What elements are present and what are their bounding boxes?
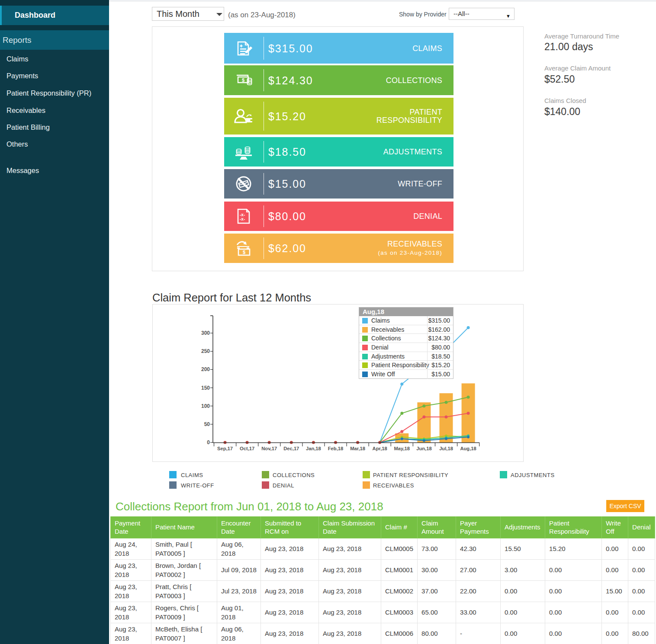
svg-text:0: 0	[207, 439, 210, 445]
svg-text:Jul,18: Jul,18	[439, 446, 453, 451]
svg-text:Jan,18: Jan,18	[306, 446, 321, 451]
svg-text:Nov,17: Nov,17	[261, 446, 277, 451]
svg-text:Sep,17: Sep,17	[217, 446, 233, 451]
svg-text:-x-: -x-	[240, 217, 245, 221]
svg-text:50: 50	[204, 421, 210, 427]
svg-text:300: 300	[201, 330, 210, 336]
svg-text:Oct,17: Oct,17	[240, 446, 254, 451]
svg-text:$: $	[243, 250, 245, 255]
svg-text:100: 100	[201, 403, 210, 409]
svg-text:Dec,17: Dec,17	[283, 446, 299, 451]
svg-text:Aug,18: Aug,18	[460, 446, 476, 451]
svg-text:250: 250	[201, 348, 210, 354]
svg-text:May,18: May,18	[394, 446, 410, 451]
svg-text:$: $	[242, 77, 244, 83]
svg-text:200: 200	[201, 366, 210, 372]
svg-text:Mar,18: Mar,18	[350, 446, 365, 451]
svg-text:Feb,18: Feb,18	[328, 446, 343, 451]
svg-text:Apr,18: Apr,18	[373, 446, 387, 451]
svg-text:150: 150	[201, 385, 210, 391]
svg-text:Jun,18: Jun,18	[416, 446, 431, 451]
